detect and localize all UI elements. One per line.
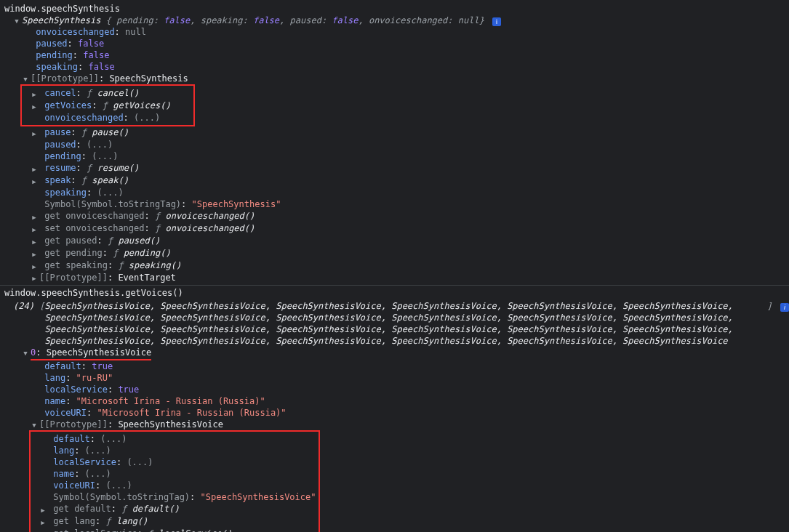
info-icon[interactable]: i — [492, 17, 501, 26]
prototype-row[interactable]: [[Prototype]]: EventTarget — [31, 272, 789, 283]
expand-arrow-icon[interactable] — [31, 164, 38, 175]
console-input-line: window.speechSynthesis.getVoices() — [4, 287, 789, 299]
expand-arrow-icon[interactable] — [31, 249, 38, 260]
property-row[interactable]: paused: (...) — [31, 139, 789, 150]
expand-arrow-icon[interactable] — [31, 236, 38, 248]
property-row[interactable]: Symbol(Symbol.toStringTag): "SpeechSynth… — [31, 491, 316, 503]
property-row[interactable]: default: (...) — [31, 433, 316, 445]
property-row[interactable]: speaking: (...) — [31, 187, 789, 198]
property-row[interactable]: name: "Microsoft Irina - Russian (Russia… — [31, 395, 789, 407]
expand-arrow-icon[interactable] — [39, 529, 47, 532]
expand-arrow-icon[interactable] — [13, 15, 20, 27]
property-row[interactable]: get paused: ƒ paused() — [31, 235, 789, 247]
property-row[interactable]: get speaking: ƒ speaking() — [31, 259, 789, 272]
expand-arrow-icon[interactable] — [31, 89, 38, 100]
highlight-box: default: (...) lang: (...) localService:… — [29, 430, 320, 532]
array-summary-row[interactable]: (24) [ SpeechSynthesisVoice, SpeechSynth… — [13, 300, 789, 347]
console-input-line: window.speechSynthesis — [4, 3, 789, 15]
object-header[interactable]: SpeechSynthesis { pending: false, speaki… — [13, 15, 789, 26]
property-row[interactable]: getVoices: ƒ getVoices() — [22, 100, 191, 112]
highlight-underline: 0: SpeechSynthesisVoice — [31, 347, 151, 360]
expand-arrow-icon[interactable] — [31, 419, 38, 431]
property-row[interactable]: resume: ƒ resume() — [31, 162, 789, 174]
property-row[interactable]: get onvoiceschanged: ƒ onvoiceschanged() — [31, 210, 789, 222]
expand-arrow-icon[interactable] — [39, 504, 47, 516]
console-expression: window.speechSynthesis — [4, 4, 120, 14]
expand-arrow-icon[interactable] — [31, 101, 38, 113]
expand-arrow-icon[interactable] — [31, 273, 38, 284]
expand-arrow-icon[interactable] — [39, 517, 47, 528]
property-row[interactable]: get localService: ƒ localService() — [31, 528, 316, 532]
property-row[interactable]: localService: (...) — [31, 456, 316, 468]
property-row[interactable]: voiceURI: "Microsoft Irina - Russian (Ru… — [31, 407, 789, 419]
property-row[interactable]: speaking: false — [22, 61, 789, 73]
property-row[interactable]: localService: true — [31, 384, 789, 395]
property-row[interactable]: onvoiceschanged: (...) — [22, 112, 191, 124]
expand-arrow-icon[interactable] — [22, 73, 29, 85]
highlight-box: cancel: ƒ cancel() getVoices: ƒ getVoice… — [20, 84, 195, 126]
property-row[interactable]: name: (...) — [31, 468, 316, 480]
property-row[interactable]: onvoiceschanged: null — [22, 26, 789, 38]
property-row[interactable]: get pending: ƒ pending() — [31, 247, 789, 259]
expand-arrow-icon[interactable] — [31, 176, 38, 188]
object-type: SpeechSynthesis — [22, 15, 100, 25]
property-row[interactable]: cancel: ƒ cancel() — [22, 87, 191, 100]
prototype-row[interactable]: [[Prototype]]: SpeechSynthesisVoice — [31, 419, 789, 430]
property-row[interactable]: Symbol(Symbol.toStringTag): "SpeechSynth… — [31, 198, 789, 210]
array-summary-items: SpeechSynthesisVoice, SpeechSynthesisVoi… — [44, 300, 766, 347]
property-row[interactable]: lang: (...) — [31, 445, 316, 456]
prototype-row[interactable]: [[Prototype]]: SpeechSynthesis — [22, 73, 789, 84]
expand-arrow-icon[interactable] — [31, 261, 38, 273]
property-row[interactable]: pending: false — [22, 49, 789, 61]
property-row[interactable]: pending: (...) — [31, 150, 789, 162]
property-row[interactable]: voiceURI: (...) — [31, 480, 316, 491]
expand-arrow-icon[interactable] — [31, 224, 38, 235]
expand-arrow-icon[interactable] — [22, 347, 29, 359]
expand-arrow-icon[interactable] — [31, 211, 38, 223]
property-row[interactable]: paused: false — [22, 38, 789, 49]
property-row[interactable]: lang: "ru-RU" — [31, 372, 789, 384]
property-row[interactable]: get lang: ƒ lang() — [31, 515, 316, 528]
console-expression: window.speechSynthesis.getVoices() — [4, 288, 183, 298]
property-row[interactable]: pause: ƒ pause() — [31, 126, 789, 139]
property-row[interactable]: speak: ƒ speak() — [31, 174, 789, 187]
property-row[interactable]: default: true — [31, 360, 789, 372]
property-row[interactable]: get default: ƒ default() — [31, 503, 316, 515]
expand-arrow-icon[interactable] — [31, 128, 38, 140]
property-row[interactable]: set onvoiceschanged: ƒ onvoiceschanged() — [31, 222, 789, 235]
info-icon[interactable]: i — [780, 303, 789, 312]
array-item-row[interactable]: 0: SpeechSynthesisVoice — [22, 347, 789, 360]
